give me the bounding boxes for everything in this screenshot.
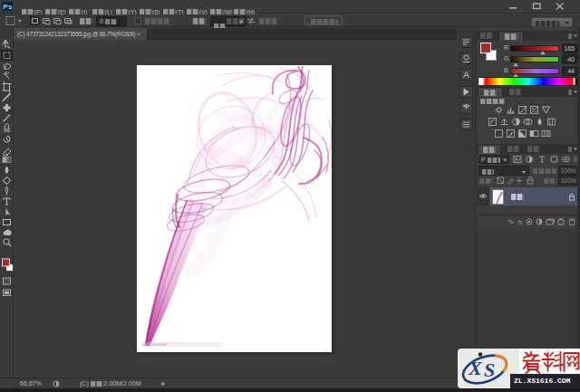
svg-text:S: S [484, 359, 495, 381]
svg-text:fx: fx [517, 219, 523, 225]
svg-text:X: X [468, 357, 483, 379]
